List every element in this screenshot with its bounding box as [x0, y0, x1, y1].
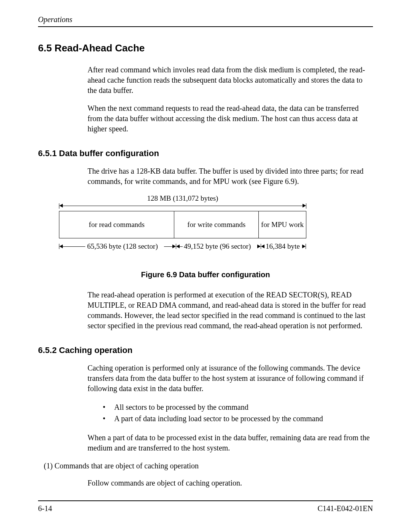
paragraph: After read command which involes read da… — [38, 65, 373, 96]
paragraph: The read-ahead operation is performed at… — [38, 290, 373, 331]
heading-6-5-2: 6.5.2 Caching operation — [38, 345, 373, 355]
diagram-total-label: 128 MB (131,072 bytes) — [59, 194, 306, 203]
write-size-label: 49,152 byte (96 sector) — [184, 242, 251, 251]
mpu-size-label: 16,384 byte — [266, 242, 300, 251]
box-mpu: for MPU work — [258, 211, 306, 238]
page: Operations 6.5 Read-Ahead Cache After re… — [0, 0, 411, 532]
paragraph: Follow commands are object of caching op… — [38, 478, 373, 488]
diagram-top-extent — [59, 203, 306, 209]
list-item: All sectors to be processed by the comma… — [103, 401, 373, 413]
figure-6-9-diagram: 128 MB (131,072 bytes) for read commands… — [59, 194, 306, 251]
page-number: 6-14 — [38, 504, 52, 513]
paragraph: The drive has a 128-KB data buffer. The … — [38, 166, 373, 187]
read-size-label: 65,536 byte (128 sector) — [87, 242, 158, 251]
box-read: for read commands — [59, 211, 174, 238]
running-header: Operations — [38, 15, 373, 27]
paragraph: When a part of data to be processed exis… — [38, 433, 373, 453]
heading-6-5: 6.5 Read-Ahead Cache — [38, 42, 373, 54]
doc-number: C141-E042-01EN — [317, 504, 373, 513]
page-footer: 6-14 C141-E042-01EN — [38, 500, 373, 513]
list-item: A part of data including load sector to … — [103, 413, 373, 424]
paragraph: Caching operation is performed only at i… — [38, 363, 373, 394]
paragraph: When the next command requests to read t… — [38, 103, 373, 134]
numbered-item-1: (1) Commands that are object of caching … — [38, 461, 373, 471]
box-write: for write commands — [174, 211, 258, 238]
heading-6-5-1: 6.5.1 Data buffer configuration — [38, 149, 373, 158]
diagram-boxes: for read commands for write commands for… — [59, 211, 306, 238]
diagram-bottom-extents: 65,536 byte (128 sector) 49,152 byte (96… — [59, 242, 306, 251]
figure-caption: Figure 6.9 Data buffer configuration — [38, 270, 373, 279]
bullet-list: All sectors to be processed by the comma… — [38, 401, 373, 424]
